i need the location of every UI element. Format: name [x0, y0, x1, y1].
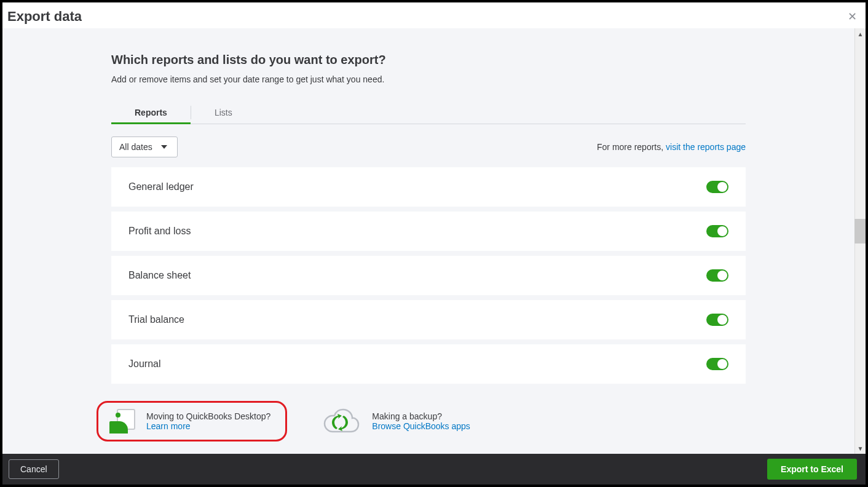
date-range-label: All dates: [119, 142, 152, 152]
chevron-down-icon: [161, 145, 167, 149]
titlebar: Export data ✕: [2, 2, 866, 28]
scrollbar[interactable]: ▲ ▼: [854, 28, 866, 454]
report-row: Profit and loss: [111, 212, 746, 251]
promo-backup-link[interactable]: Browse QuickBooks apps: [372, 421, 470, 431]
tab-lists[interactable]: Lists: [191, 101, 256, 124]
report-row: Journal: [111, 344, 746, 384]
toggle-general-ledger[interactable]: [706, 181, 728, 193]
promo-desktop-link[interactable]: Learn more: [146, 421, 270, 431]
toggle-trial-balance[interactable]: [706, 314, 728, 326]
scroll-up-icon[interactable]: ▲: [855, 28, 866, 39]
promo-backup: Making a backup? Browse QuickBooks apps: [312, 401, 481, 441]
report-label: Profit and loss: [128, 226, 191, 237]
promo-backup-question: Making a backup?: [372, 411, 470, 421]
promo-desktop: Moving to QuickBooks Desktop? Learn more: [97, 401, 287, 441]
window-title: Export data: [7, 9, 82, 25]
report-row: General ledger: [111, 167, 746, 207]
toggle-balance-sheet[interactable]: [706, 269, 728, 282]
report-label: Journal: [128, 358, 160, 370]
tab-reports[interactable]: Reports: [111, 101, 191, 124]
export-to-excel-button[interactable]: Export to Excel: [767, 459, 857, 480]
toggle-journal[interactable]: [706, 358, 728, 370]
date-range-select[interactable]: All dates: [111, 137, 178, 157]
report-row: Balance sheet: [111, 256, 746, 295]
promo-desktop-question: Moving to QuickBooks Desktop?: [146, 411, 270, 421]
scroll-thumb[interactable]: [854, 219, 866, 244]
report-row: Trial balance: [111, 300, 746, 339]
more-reports-prefix: For more reports,: [597, 142, 666, 152]
report-label: General ledger: [128, 181, 194, 192]
report-label: Balance sheet: [128, 270, 191, 281]
cloud-sync-icon: [323, 407, 362, 435]
scroll-down-icon[interactable]: ▼: [855, 443, 866, 454]
page-subheading: Add or remove items and set your date ra…: [111, 74, 746, 84]
tabs: Reports Lists: [111, 101, 746, 124]
more-reports-text: For more reports, visit the reports page: [597, 142, 746, 152]
report-list: General ledger Profit and loss Balance s…: [111, 167, 746, 384]
close-icon[interactable]: ✕: [848, 10, 857, 23]
footer: Cancel Export to Excel: [2, 454, 866, 485]
page-heading: Which reports and lists do you want to e…: [111, 53, 746, 67]
report-label: Trial balance: [128, 314, 184, 325]
desktop-icon: [109, 409, 136, 434]
cancel-button[interactable]: Cancel: [9, 459, 59, 479]
reports-page-link[interactable]: visit the reports page: [666, 142, 746, 152]
toggle-profit-and-loss[interactable]: [706, 225, 728, 237]
